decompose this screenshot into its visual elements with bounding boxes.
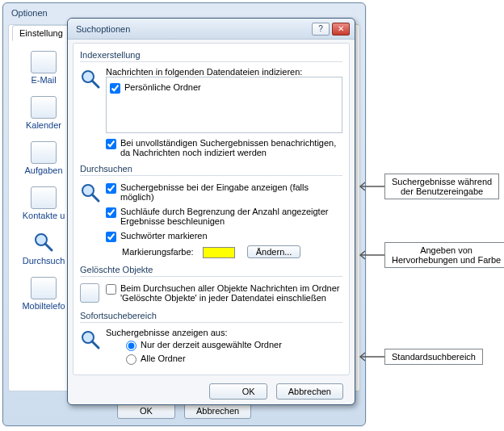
divider (80, 61, 342, 62)
svg-line-7 (92, 341, 99, 348)
sidebar-item-calendar[interactable]: Kalender (14, 91, 74, 136)
sidebar-item-label: E-Mail (14, 75, 74, 85)
data-files-listbox[interactable]: Persönliche Ordner (106, 77, 342, 133)
group-title-indexing: Indexerstellung (80, 50, 342, 60)
svg-line-5 (92, 195, 99, 201)
callout-text: Standardsuchbereich (392, 352, 476, 362)
scope-intro: Suchergebnisse anzeigen aus: (106, 328, 342, 337)
arrow-left-icon (357, 249, 384, 261)
change-color-button[interactable]: Ändern... (247, 245, 301, 258)
checkbox[interactable] (106, 232, 116, 242)
radio[interactable] (126, 354, 136, 365)
callout-default-scope: Standardsuchbereich (357, 349, 483, 365)
svg-line-1 (45, 244, 52, 250)
help-button[interactable]: ? (312, 23, 330, 36)
magnifier-icon (80, 329, 101, 350)
highlight-color-row: Markierungsfarbe: Ändern... (122, 245, 342, 258)
sidebar-item-tasks[interactable]: Aufgaben (14, 136, 74, 182)
close-button[interactable]: ✕ (332, 23, 350, 36)
arrow-left-icon (357, 181, 384, 192)
dialog-body: Indexerstellung Nachrichten in folgenden… (73, 43, 350, 375)
scope-current-folder-radio[interactable]: Nur der derzeit ausgewählte Ordner (122, 338, 342, 351)
data-file-checkbox[interactable] (110, 83, 120, 94)
magnifier-icon (80, 182, 101, 203)
divider (80, 175, 342, 176)
cancel-button[interactable]: Abbrechen (276, 383, 343, 400)
data-file-item[interactable]: Persönliche Ordner (110, 82, 338, 94)
cancel-button[interactable]: Abbrechen (184, 403, 251, 419)
magnifier-icon (80, 69, 101, 90)
contacts-icon (31, 186, 57, 209)
tabstrip: Einstellung (12, 24, 70, 42)
checkbox[interactable] (106, 183, 116, 194)
sidebar-item-mobile[interactable]: Mobiltelefo (14, 272, 74, 317)
callout-text: der Benutzereingabe (392, 186, 492, 196)
radio-label: Nur der derzeit ausgewählte Ordner (141, 340, 282, 349)
group-title-scope: Sofortsuchebereich (80, 311, 342, 320)
callout-text: Suchergebnisse während (392, 177, 492, 186)
sidebar-item-email[interactable]: E-Mail (14, 46, 74, 91)
live-results-checkbox[interactable]: Suchergebnisse bei der Eingabe anzeigen … (106, 182, 342, 202)
highlight-color-label: Markierungsfarbe: (122, 247, 194, 257)
limit-results-checkbox[interactable]: Suchläufe durch Begrenzung der Anzahl an… (106, 207, 342, 226)
notify-incomplete-checkbox[interactable]: Bei unvollständigen Suchergebnissen bena… (106, 138, 342, 157)
sidebar-item-label: Kontakte u (14, 211, 74, 220)
radio-label: Alle Ordner (141, 354, 186, 363)
sidebar-item-search[interactable]: Durchsuch (14, 227, 74, 272)
sidebar-item-label: Kalender (14, 120, 74, 130)
tasks-icon (31, 141, 57, 164)
calendar-icon (31, 96, 57, 119)
checkbox-label: Beim Durchsuchen aller Objekte Nachricht… (120, 283, 342, 303)
checkbox-label: Suchwörter markieren (120, 231, 208, 241)
arrow-left-icon (357, 351, 384, 362)
ok-button[interactable]: OK (117, 403, 175, 419)
sidebar-item-label: Mobiltelefo (14, 301, 74, 311)
dialog-footer: OK Abbrechen (68, 383, 355, 400)
sidebar-item-contacts[interactable]: Kontakte u (14, 182, 74, 227)
scope-all-folders-radio[interactable]: Alle Ordner (122, 352, 342, 365)
callout-highlight-color: Angeben von Hervorhebungen und Farbe (357, 242, 504, 268)
highlight-color-swatch (203, 247, 235, 258)
search-icon (31, 232, 57, 254)
dialog-titlebar: Suchoptionen ? ✕ (68, 19, 355, 40)
ok-button[interactable]: OK (209, 383, 267, 400)
include-deleted-checkbox[interactable]: Beim Durchsuchen aller Objekte Nachricht… (106, 283, 342, 303)
checkbox-label: Suchergebnisse bei der Eingabe anzeigen … (120, 182, 342, 202)
group-title-deleted: Gelöschte Objekte (80, 265, 342, 274)
group-title-search: Durchsuchen (80, 164, 342, 174)
data-file-label: Persönliche Ordner (124, 82, 201, 92)
divider (80, 276, 342, 277)
callout-text: Angeben von (392, 245, 501, 255)
checkbox-label: Suchläufe durch Begrenzung der Anzahl an… (120, 207, 342, 226)
highlight-words-checkbox[interactable]: Suchwörter markieren (106, 231, 342, 242)
category-sidebar: E-Mail Kalender Aufgaben Kontakte u Durc… (14, 46, 74, 386)
sidebar-item-label: Aufgaben (14, 165, 74, 175)
mobile-icon (31, 277, 57, 299)
callout-live-results: Suchergebnisse während der Benutzereinga… (357, 174, 499, 199)
checkbox[interactable] (106, 139, 116, 149)
svg-line-3 (92, 81, 99, 87)
divider (80, 322, 342, 323)
checkbox[interactable] (106, 284, 116, 295)
search-options-dialog: Suchoptionen ? ✕ Indexerstellung Nachric… (67, 18, 355, 405)
dialog-title: Suchoptionen (76, 24, 130, 34)
checkbox-label: Bei unvollständigen Suchergebnissen bena… (120, 138, 342, 157)
tab-settings[interactable]: Einstellung (12, 25, 70, 41)
options-footer: OK Abbrechen (3, 403, 365, 419)
recycle-bin-icon (80, 283, 99, 303)
checkbox[interactable] (106, 207, 116, 218)
mail-icon (31, 51, 57, 73)
sidebar-item-label: Durchsuch (14, 256, 74, 266)
indexing-intro: Nachrichten in folgenden Datendateien in… (106, 67, 342, 77)
callout-text: Hervorhebungen und Farbe (392, 255, 501, 265)
radio[interactable] (126, 341, 136, 351)
